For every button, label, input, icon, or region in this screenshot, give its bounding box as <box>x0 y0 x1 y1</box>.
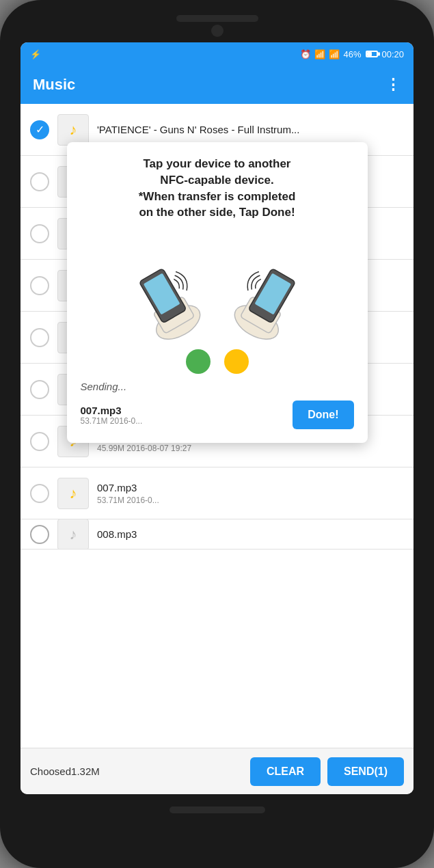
lightning-icon: ⚡ <box>30 49 41 59</box>
app-title: Music <box>33 76 75 94</box>
nfc-line4: on the other side, Tap Done! <box>139 206 295 219</box>
music-thumbnail: ♪ <box>57 114 89 146</box>
sending-label: Sending... <box>81 381 354 392</box>
status-bar: ⚡ ⏰ 📶 📶 46% 00:20 <box>21 42 413 66</box>
nfc-message: Tap your device to another NFC-capable d… <box>81 156 354 221</box>
music-thumbnail: ♪ <box>57 478 89 509</box>
checkbox-5[interactable] <box>30 328 49 347</box>
nfc-phones-svg <box>128 230 306 340</box>
speaker-bottom <box>169 806 265 813</box>
checkbox-1[interactable]: ✓ <box>30 120 49 139</box>
checkbox-6[interactable] <box>30 380 49 399</box>
battery-label: 46% <box>343 49 361 59</box>
list-item[interactable]: ♪ 007.mp3 53.71M 2016-0... <box>21 467 413 519</box>
music-title: 008.mp3 <box>97 528 404 540</box>
checkbox-2[interactable] <box>30 172 49 191</box>
app-bar: Music ⋮ <box>21 66 413 104</box>
more-options-icon[interactable]: ⋮ <box>385 76 401 94</box>
music-note-icon: ♪ <box>70 121 77 139</box>
nfc-illustration <box>81 230 354 340</box>
music-title: 007.mp3 <box>97 482 404 493</box>
nfc-status-dots <box>81 349 354 374</box>
music-info: 008.mp3 <box>97 528 404 540</box>
time-label: 00:20 <box>381 49 404 59</box>
alarm-icon: ⏰ <box>300 49 311 59</box>
speaker-top <box>176 15 258 22</box>
done-row: 007.mp3 53.71M 2016-0... Done! <box>81 401 354 429</box>
dot-green <box>186 349 211 374</box>
nfc-line1: Tap your device to another <box>143 157 290 170</box>
wifi-icon: 📶 <box>314 49 325 59</box>
music-meta: 45.99M 2016-08-07 19:27 <box>97 444 404 453</box>
done-button[interactable]: Done! <box>293 401 353 429</box>
checkbox-9[interactable] <box>30 525 49 544</box>
status-left: ⚡ <box>30 49 41 59</box>
done-song-title: 007.mp3 <box>81 405 143 416</box>
phone-device: ⚡ ⏰ 📶 📶 46% 00:20 Music ⋮ ✓ <box>0 0 434 868</box>
done-song-info: 007.mp3 53.71M 2016-0... <box>81 405 143 426</box>
bottom-bar: Choosed1.32M CLEAR SEND(1) <box>21 748 413 794</box>
send-button[interactable]: SEND(1) <box>327 757 404 786</box>
music-info: 'PATIENCE' - Guns N' Roses - Full Instru… <box>97 124 404 135</box>
music-title: 'PATIENCE' - Guns N' Roses - Full Instru… <box>97 124 404 135</box>
check-icon: ✓ <box>36 124 44 135</box>
chosen-label: Choosed1.32M <box>30 765 250 777</box>
signal-icon: 📶 <box>329 49 340 59</box>
music-meta: 53.71M 2016-0... <box>97 496 404 505</box>
checkbox-4[interactable] <box>30 276 49 295</box>
music-list: ✓ ♪ 'PATIENCE' - Guns N' Roses - Full In… <box>21 104 413 748</box>
music-info: 007.mp3 53.71M 2016-0... <box>97 482 404 505</box>
list-item[interactable]: ♪ 008.mp3 <box>21 519 413 550</box>
phone-screen: ⚡ ⏰ 📶 📶 46% 00:20 Music ⋮ ✓ <box>21 42 413 794</box>
clear-button[interactable]: CLEAR <box>250 757 321 786</box>
music-note-icon: ♪ <box>70 485 77 502</box>
music-note-icon: ♪ <box>70 526 77 543</box>
done-song-meta: 53.71M 2016-0... <box>81 416 143 426</box>
music-thumbnail: ♪ <box>57 519 89 550</box>
status-right: ⏰ 📶 📶 46% 00:20 <box>300 49 404 59</box>
nfc-line3: *When transfer is completed <box>139 190 296 203</box>
camera <box>211 25 223 37</box>
checkbox-8[interactable] <box>30 484 49 503</box>
dot-yellow <box>224 349 249 374</box>
checkbox-3[interactable] <box>30 224 49 243</box>
nfc-dialog: Tap your device to another NFC-capable d… <box>67 142 368 443</box>
checkbox-7[interactable] <box>30 432 49 451</box>
nfc-line2: NFC-capable device. <box>160 174 273 187</box>
battery-icon <box>366 51 378 57</box>
